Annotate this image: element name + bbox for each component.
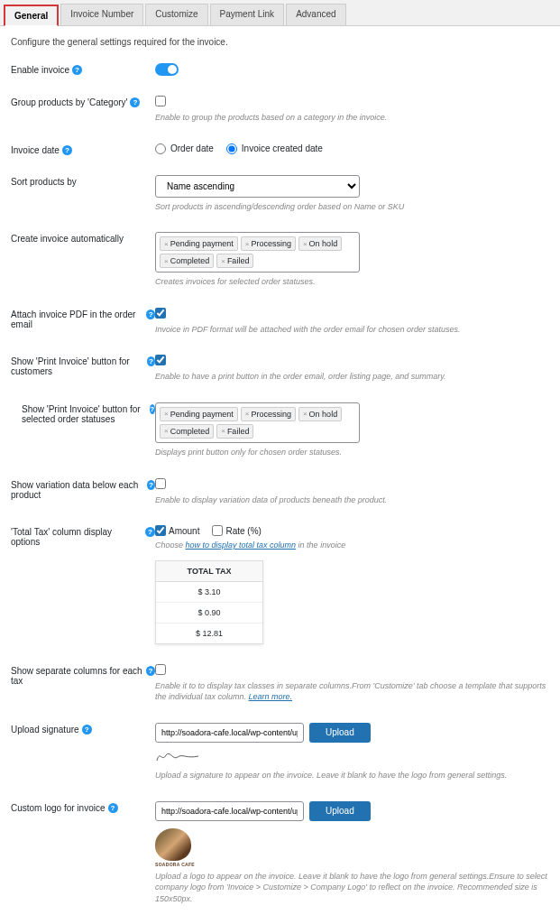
- print-statuses-label: Show 'Print Invoice' button for selected…: [22, 404, 147, 424]
- signature-hint: Upload a signature to appear on the invo…: [155, 770, 549, 781]
- sort-select[interactable]: Name ascending: [155, 175, 360, 198]
- variation-label: Show variation data below each product: [11, 480, 144, 500]
- remove-icon[interactable]: ×: [164, 257, 169, 265]
- tab-general[interactable]: General: [4, 5, 59, 26]
- help-icon[interactable]: ?: [82, 725, 92, 735]
- logo-hint: Upload a logo to appear on the invoice. …: [155, 871, 549, 905]
- sep-cols-checkbox[interactable]: [155, 664, 166, 675]
- group-category-checkbox[interactable]: [155, 96, 166, 106]
- remove-icon[interactable]: ×: [221, 427, 225, 435]
- auto-create-hint: Creates invoices for selected order stat…: [155, 276, 549, 288]
- help-icon[interactable]: ?: [62, 145, 72, 155]
- tax-amount-checkbox[interactable]: [155, 525, 166, 536]
- help-icon[interactable]: ?: [72, 65, 82, 75]
- status-tag[interactable]: ×Processing: [241, 236, 296, 251]
- status-tag[interactable]: ×Processing: [241, 407, 296, 421]
- invoice-date-label: Invoice date: [11, 145, 60, 155]
- sep-cols-label: Show separate columns for each tax: [11, 666, 143, 686]
- status-tag[interactable]: ×Failed: [216, 254, 253, 268]
- help-icon[interactable]: ?: [130, 97, 140, 107]
- tab-customize[interactable]: Customize: [145, 4, 207, 25]
- total-tax-label: 'Total Tax' column display options: [11, 527, 142, 547]
- attach-pdf-hint: Invoice in PDF format will be attached w…: [155, 324, 549, 336]
- tax-rate-checkbox[interactable]: [212, 525, 223, 536]
- remove-icon[interactable]: ×: [221, 257, 225, 265]
- panel-description: Configure the general settings required …: [11, 37, 549, 47]
- help-icon[interactable]: ?: [146, 666, 155, 676]
- remove-icon[interactable]: ×: [164, 427, 169, 435]
- remove-icon[interactable]: ×: [303, 240, 308, 248]
- tabs-bar: General Invoice Number Customize Payment…: [0, 0, 560, 26]
- radio-order-date[interactable]: [155, 143, 166, 154]
- radio-created-date[interactable]: [226, 143, 237, 154]
- attach-pdf-checkbox[interactable]: [155, 308, 166, 319]
- tax-preview-table: TOTAL TAX $ 3.10 $ 0.90 $ 12.81: [155, 560, 263, 644]
- status-tag[interactable]: ×On hold: [298, 407, 342, 421]
- sort-label: Sort products by: [11, 177, 77, 187]
- remove-icon[interactable]: ×: [164, 410, 169, 418]
- remove-icon[interactable]: ×: [164, 240, 169, 248]
- tab-advanced[interactable]: Advanced: [286, 4, 345, 25]
- remove-icon[interactable]: ×: [245, 410, 250, 418]
- remove-icon[interactable]: ×: [303, 410, 308, 418]
- logo-preview: SOADORA CAFE: [155, 828, 549, 867]
- tax-help-link[interactable]: how to display total tax column: [186, 541, 297, 550]
- signature-upload-button[interactable]: Upload: [309, 723, 371, 743]
- sort-hint: Sort products in ascending/descending or…: [155, 201, 549, 213]
- enable-invoice-toggle[interactable]: [155, 63, 179, 76]
- logo-upload-button[interactable]: Upload: [309, 801, 371, 821]
- variation-checkbox[interactable]: [155, 478, 166, 489]
- group-category-hint: Enable to group the products based on a …: [155, 112, 549, 124]
- learn-more-link[interactable]: Learn more.: [249, 692, 293, 701]
- logo-label: Custom logo for invoice: [11, 803, 106, 813]
- logo-input[interactable]: [155, 801, 304, 821]
- attach-pdf-label: Attach invoice PDF in the order email: [11, 310, 143, 329]
- status-tag[interactable]: ×Completed: [160, 254, 214, 268]
- settings-panel: Configure the general settings required …: [0, 26, 560, 924]
- status-tag[interactable]: ×Pending payment: [160, 236, 238, 251]
- print-btn-label: Show 'Print Invoice' button for customer…: [11, 356, 144, 376]
- status-tag[interactable]: ×Completed: [160, 424, 214, 439]
- signature-preview: [155, 748, 549, 766]
- signature-input[interactable]: [155, 723, 304, 743]
- status-tag[interactable]: ×On hold: [298, 236, 342, 251]
- help-icon[interactable]: ?: [147, 356, 155, 366]
- print-btn-checkbox[interactable]: [155, 355, 166, 365]
- auto-create-tagbox[interactable]: ×Pending payment ×Processing ×On hold ×C…: [155, 232, 360, 273]
- group-category-label: Group products by 'Category': [11, 97, 127, 107]
- help-icon[interactable]: ?: [108, 803, 118, 813]
- remove-icon[interactable]: ×: [245, 240, 250, 248]
- status-tag[interactable]: ×Pending payment: [160, 407, 238, 421]
- print-btn-hint: Enable to have a print button in the ord…: [155, 371, 549, 383]
- status-tag[interactable]: ×Failed: [216, 424, 253, 439]
- help-icon[interactable]: ?: [147, 480, 155, 490]
- tab-invoice-number[interactable]: Invoice Number: [60, 4, 143, 25]
- variation-hint: Enable to display variation data of prod…: [155, 494, 549, 506]
- help-icon[interactable]: ?: [145, 527, 155, 537]
- print-statuses-hint: Displays print button only for chosen or…: [155, 447, 549, 458]
- auto-create-label: Create invoice automatically: [11, 234, 124, 244]
- help-icon[interactable]: ?: [146, 310, 155, 319]
- signature-label: Upload signature: [11, 725, 79, 735]
- tab-payment-link[interactable]: Payment Link: [210, 4, 285, 25]
- enable-invoice-label: Enable invoice: [11, 65, 69, 75]
- print-statuses-tagbox[interactable]: ×Pending payment ×Processing ×On hold ×C…: [155, 402, 360, 443]
